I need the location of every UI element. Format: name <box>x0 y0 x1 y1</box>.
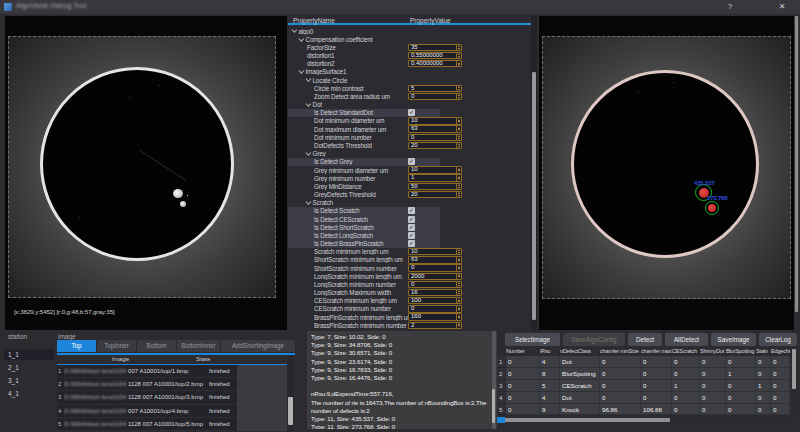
value-spinner[interactable]: 1 <box>408 174 462 181</box>
spin-down-icon[interactable] <box>458 325 460 327</box>
property-row[interactable]: Is Detect BrassPinScratch✓ <box>288 239 531 247</box>
spin-down-icon[interactable] <box>458 301 460 303</box>
image-table-scrollbar[interactable] <box>287 355 294 431</box>
property-row[interactable]: distortion10.55000000 <box>288 52 531 60</box>
property-row[interactable]: FactorSize35 <box>288 43 531 51</box>
defect-table-row[interactable]: 208BlurSpotting0000100 <box>497 368 790 380</box>
spin-down-icon[interactable] <box>458 309 460 311</box>
chevron-down-icon[interactable] <box>306 200 311 205</box>
value-spinner[interactable]: 0 <box>408 305 462 312</box>
spin-down-icon[interactable] <box>458 146 460 148</box>
property-row[interactable]: Zoom Detect area radius um0 <box>288 92 531 100</box>
tab-bottominner[interactable]: BottomInner <box>177 340 220 352</box>
chevron-down-icon[interactable] <box>292 28 297 33</box>
value-spinner[interactable]: 0 <box>408 134 462 141</box>
checkbox[interactable]: ✓ <box>408 216 415 223</box>
value-spinner[interactable]: 0 <box>408 93 462 100</box>
source-image-canvas[interactable] <box>8 36 276 298</box>
spinner-buttons[interactable] <box>456 274 461 279</box>
property-row[interactable]: LongScratch minimum length um2000 <box>288 272 531 280</box>
spin-down-icon[interactable] <box>458 129 460 131</box>
spin-down-icon[interactable] <box>458 121 460 123</box>
property-row[interactable]: ImageSurface1 <box>288 68 531 76</box>
value-spinner[interactable]: 160 <box>408 313 462 320</box>
scrollbar-thumb[interactable] <box>795 16 798 312</box>
window-scrollbar[interactable] <box>794 16 799 312</box>
spinner-buttons[interactable] <box>456 184 461 189</box>
defect-table-row[interactable]: 305CEScratch0010010 <box>497 380 790 392</box>
property-row[interactable]: GreyDefects Threshold20 <box>288 190 531 198</box>
scrollbar-thumb[interactable] <box>288 397 293 425</box>
chevron-down-icon[interactable] <box>306 101 311 106</box>
spin-down-icon[interactable] <box>458 170 460 172</box>
saveimage-button[interactable]: SaveImage <box>711 333 756 346</box>
spinner-buttons[interactable] <box>456 135 461 140</box>
spinner-buttons[interactable] <box>456 143 461 148</box>
chevron-down-icon[interactable] <box>306 77 311 82</box>
property-row[interactable]: CEScratch minimum number0 <box>288 305 531 313</box>
spinner-buttons[interactable] <box>456 257 461 262</box>
property-row[interactable]: Scratch <box>288 199 531 207</box>
value-spinner[interactable]: 63 <box>408 256 462 263</box>
property-grid-scrollbar[interactable] <box>531 16 537 330</box>
spin-down-icon[interactable] <box>458 187 460 189</box>
value-spinner[interactable]: 63 <box>408 125 462 132</box>
spin-down-icon[interactable] <box>458 178 460 180</box>
spinner-buttons[interactable] <box>456 323 461 328</box>
spinner-buttons[interactable] <box>456 118 461 123</box>
property-row[interactable]: Dot <box>288 101 531 109</box>
spin-down-icon[interactable] <box>458 64 460 66</box>
checkbox[interactable]: ✓ <box>408 240 415 247</box>
scrollbar-thumb[interactable] <box>492 389 495 423</box>
property-row[interactable]: Is Detect StandardDot✓ <box>288 109 531 117</box>
spinner-buttons[interactable] <box>456 265 461 270</box>
savealgoconfig-button[interactable]: SaveAlgoConfig <box>563 333 625 346</box>
value-spinner[interactable]: 10 <box>408 166 462 173</box>
image-table-row[interactable]: 2D:/0004/short lens/1/041128 007 A10001/… <box>57 378 287 391</box>
spinner-buttons[interactable] <box>456 167 461 172</box>
property-row[interactable]: Dot maximum diameter um63 <box>288 125 531 133</box>
spin-down-icon[interactable] <box>458 260 460 262</box>
value-spinner[interactable]: 50 <box>408 183 462 190</box>
spinner-buttons[interactable] <box>456 306 461 311</box>
spinner-buttons[interactable] <box>456 126 461 131</box>
alldetect-button[interactable]: AllDetect <box>665 333 708 346</box>
checkbox[interactable]: ✓ <box>408 207 415 214</box>
defect-table-row[interactable]: 509Knock96.86106.8800000 <box>497 404 790 416</box>
property-row[interactable]: Is Detect LongScratch✓ <box>288 231 531 239</box>
property-row[interactable]: Dot minimum diameter um10 <box>288 117 531 125</box>
image-table-row[interactable]: 5D:/0004/short lens/1/041128 007 A10001/… <box>57 418 287 431</box>
selectimage-button[interactable]: SelectImage <box>505 333 560 346</box>
result-image-canvas[interactable]: 435.537 273.768 <box>542 36 791 299</box>
property-row[interactable]: Grey minimum diameter um10 <box>288 166 531 174</box>
close-button[interactable]: ✕ <box>768 0 796 14</box>
spin-down-icon[interactable] <box>458 268 460 270</box>
property-row[interactable]: CEScratch minimum length um100 <box>288 297 531 305</box>
value-spinner[interactable]: 35 <box>408 44 462 51</box>
value-spinner[interactable]: 10 <box>408 117 462 124</box>
spin-down-icon[interactable] <box>458 293 460 295</box>
checkbox[interactable]: ✓ <box>408 158 415 165</box>
spinner-buttons[interactable] <box>456 282 461 287</box>
spin-down-icon[interactable] <box>458 97 460 99</box>
log-scrollbar[interactable] <box>492 331 496 429</box>
station-item-1_1[interactable]: 1_1 <box>4 349 54 360</box>
station-item-4_1[interactable]: 4_1 <box>4 388 54 399</box>
property-row[interactable]: LongScratch minimum number0 <box>288 280 531 288</box>
spinner-buttons[interactable] <box>456 86 461 91</box>
property-row[interactable]: ShortScratch minimum length um63 <box>288 256 531 264</box>
property-row[interactable]: Is Detect CEScratch✓ <box>288 215 531 223</box>
property-row[interactable]: BrassPinScratch minimum number2 <box>288 321 531 329</box>
image-table-row[interactable]: 3D:/0004/short lens/1/041128 007 A10001/… <box>57 391 287 404</box>
spin-down-icon[interactable] <box>458 56 460 58</box>
spin-down-icon[interactable] <box>458 138 460 140</box>
defect-table-vscrollbar[interactable] <box>791 347 797 416</box>
scrollbar-thumb[interactable] <box>532 72 536 320</box>
spinner-buttons[interactable] <box>456 61 461 66</box>
property-row[interactable]: Grey MinDistance50 <box>288 182 531 190</box>
property-row[interactable]: LongScratch Maximum width16 <box>288 289 531 297</box>
value-spinner[interactable]: 0 <box>408 264 462 271</box>
help-button[interactable]: ? <box>718 0 742 14</box>
tab-bottom[interactable]: Bottom <box>137 340 176 352</box>
spin-down-icon[interactable] <box>458 276 460 278</box>
